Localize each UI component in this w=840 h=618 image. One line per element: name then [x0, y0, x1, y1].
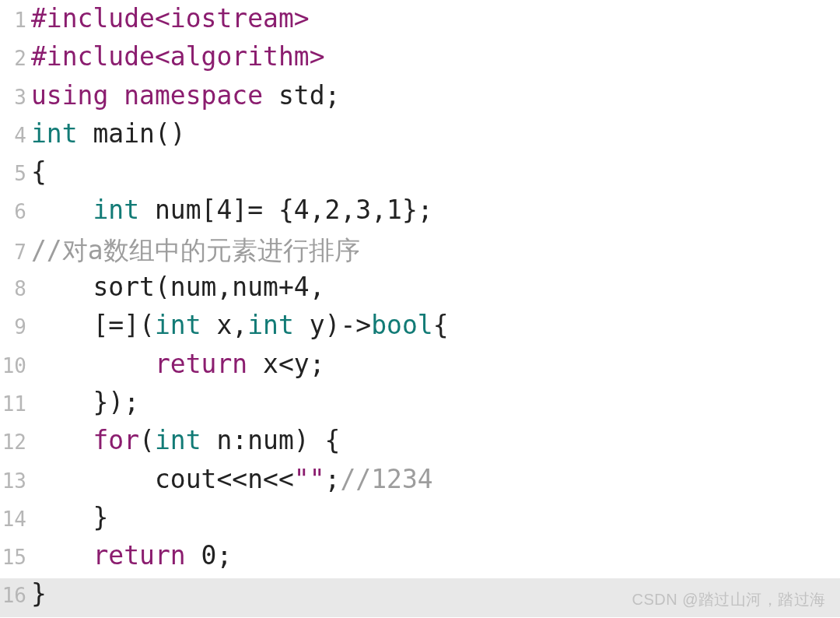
line-number: 12 — [0, 430, 31, 454]
code-line: 9 [=](int x,int y)->bool{ — [0, 310, 840, 348]
line-number: 14 — [0, 507, 31, 531]
code-content: using namespace std; — [31, 80, 840, 111]
line-number: 16 — [0, 584, 31, 607]
code-line: 8 sort(num,num+4, — [0, 272, 840, 310]
code-content: sort(num,num+4, — [31, 272, 840, 302]
line-number: 3 — [0, 86, 31, 109]
code-content: for(int n:num) { — [31, 425, 840, 455]
line-number: 13 — [0, 469, 31, 493]
code-line: 10 return x<y; — [0, 349, 840, 387]
line-number: 8 — [0, 277, 31, 300]
code-line: 1 #include<iostream> — [0, 3, 840, 41]
line-number: 6 — [0, 200, 31, 223]
line-number: 9 — [0, 315, 31, 339]
code-content: #include<iostream> — [31, 3, 840, 33]
code-content: return x<y; — [31, 349, 840, 379]
code-content: }); — [31, 387, 840, 417]
code-content: int num[4]= {4,2,3,1}; — [31, 195, 840, 225]
code-line: 12 for(int n:num) { — [0, 425, 840, 463]
line-number: 10 — [0, 354, 31, 377]
code-line: 6 int num[4]= {4,2,3,1}; — [0, 195, 840, 233]
code-line-highlighted: 16 } — [0, 578, 840, 616]
code-line: 2 #include<algorithm> — [0, 41, 840, 79]
code-content: } — [31, 578, 840, 609]
code-line: 11 }); — [0, 387, 840, 425]
code-editor: 1 #include<iostream> 2 #include<algorith… — [0, 0, 840, 617]
line-number: 4 — [0, 124, 31, 147]
code-content: return 0; — [31, 540, 840, 571]
code-line: 4 int main() — [0, 118, 840, 156]
code-line: 13 cout<<n<<"";//1234 — [0, 464, 840, 502]
line-number: 11 — [0, 392, 31, 416]
code-line: 14 } — [0, 502, 840, 540]
code-line: 15 return 0; — [0, 540, 840, 578]
code-content: int main() — [31, 118, 840, 149]
code-content: } — [31, 502, 840, 532]
line-number: 1 — [0, 9, 31, 32]
code-content: //对a数组中的元素进行排序 — [31, 234, 840, 269]
line-number: 2 — [0, 47, 31, 70]
line-number: 5 — [0, 162, 31, 185]
code-content: [=](int x,int y)->bool{ — [31, 310, 840, 340]
code-content: { — [31, 156, 840, 187]
code-line: 3 using namespace std; — [0, 80, 840, 118]
line-number: 15 — [0, 546, 31, 569]
code-line: 5 { — [0, 156, 840, 195]
code-content: #include<algorithm> — [31, 41, 840, 72]
code-line: 7 //对a数组中的元素进行排序 — [0, 234, 840, 272]
code-content: cout<<n<<"";//1234 — [31, 464, 840, 494]
line-number: 7 — [0, 241, 31, 264]
